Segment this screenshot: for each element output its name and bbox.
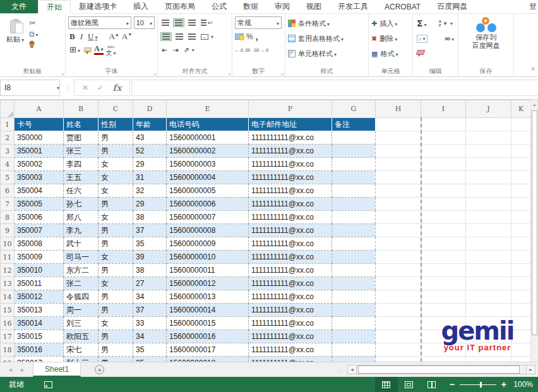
cell[interactable]: 15600000015	[167, 317, 249, 330]
cell[interactable]: 15600000003	[167, 158, 249, 171]
row-header-2[interactable]: 2	[1, 131, 15, 145]
ribbon-tab-2[interactable]: 新建选项卡	[71, 0, 125, 13]
cell[interactable]: 女	[99, 184, 133, 198]
cell[interactable]: 350008	[15, 237, 64, 251]
format-painter-icon[interactable]	[29, 40, 35, 48]
cell[interactable]: 欧阳五	[64, 330, 99, 343]
comma-button[interactable]: ,	[256, 32, 258, 42]
cell[interactable]: 350003	[15, 171, 64, 184]
font-name-combo[interactable]: 微软雅黑	[68, 16, 131, 29]
cell[interactable]	[511, 158, 531, 171]
table-header-cell[interactable]: 备注	[332, 118, 376, 131]
row-header-12[interactable]: 12	[1, 264, 15, 277]
decrease-decimal-button[interactable]: .00 →.0	[253, 48, 269, 52]
cell[interactable]: 15600000011	[167, 264, 249, 277]
cell[interactable]: 29	[133, 198, 167, 211]
cell[interactable]: 350000	[15, 131, 64, 145]
cell[interactable]	[376, 171, 421, 184]
view-page-layout-button[interactable]	[398, 377, 421, 392]
cell[interactable]: 15600000017	[167, 343, 249, 357]
cell[interactable]	[466, 304, 511, 317]
row-header-4[interactable]: 4	[1, 158, 15, 171]
cell[interactable]	[376, 211, 421, 224]
merge-center-button[interactable]: ↔	[200, 33, 215, 40]
table-header-cell[interactable]: 卡号	[15, 118, 64, 131]
cell[interactable]: 350001	[15, 145, 64, 158]
cell[interactable]	[421, 304, 466, 317]
insert-function-icon[interactable]: fx	[112, 83, 121, 93]
cell[interactable]: 15600000012	[167, 277, 249, 290]
cell[interactable]	[421, 330, 466, 343]
cell[interactable]	[511, 317, 531, 330]
decrease-indent-button[interactable]: ⇤	[160, 45, 169, 55]
ribbon-tab-1[interactable]: 开始	[38, 0, 71, 14]
cell[interactable]: 350009	[15, 251, 64, 264]
cell[interactable]: 男	[99, 131, 133, 145]
cell[interactable]: 男	[99, 198, 133, 211]
table-header-cell[interactable]: 电话号码	[167, 118, 249, 131]
cell[interactable]: 29	[133, 158, 167, 171]
cell[interactable]: 女	[99, 277, 133, 290]
scroll-right-icon[interactable]: ►	[526, 365, 535, 374]
cell[interactable]	[511, 171, 531, 184]
cell[interactable]	[332, 131, 376, 145]
cell[interactable]	[466, 357, 511, 362]
cell[interactable]	[466, 158, 511, 171]
row-header-7[interactable]: 7	[1, 198, 15, 211]
cell[interactable]: 350015	[15, 330, 64, 343]
cell[interactable]	[332, 171, 376, 184]
accounting-format-button[interactable]	[235, 33, 244, 40]
format-cells-button[interactable]: 格式	[380, 49, 398, 59]
cell[interactable]: 男	[99, 264, 133, 277]
cell[interactable]: 1111111111@xx.co	[249, 290, 332, 304]
cell[interactable]: 男	[99, 330, 133, 343]
vertical-scroll-thumb[interactable]	[532, 110, 537, 335]
align-top-button[interactable]	[160, 19, 170, 27]
row-header-3[interactable]: 3	[1, 145, 15, 158]
dialog-launcher-icon[interactable]: ⌟	[281, 70, 284, 75]
row-header-19[interactable]: 19	[1, 357, 15, 362]
cell[interactable]	[332, 224, 376, 237]
cell[interactable]: 35	[133, 343, 167, 357]
scroll-up-icon[interactable]: ▲	[531, 100, 538, 110]
ribbon-tab-4[interactable]: 页面布局	[157, 0, 203, 13]
cell[interactable]: 350014	[15, 317, 64, 330]
row-header-5[interactable]: 5	[1, 171, 15, 184]
insert-cells-button[interactable]: 插入	[380, 19, 397, 28]
vertical-scrollbar[interactable]: ▲	[530, 100, 538, 362]
column-header-J[interactable]: J	[466, 100, 511, 118]
cell[interactable]: 1111111111@xx.co	[249, 198, 332, 211]
cell[interactable]	[511, 277, 531, 290]
cell[interactable]: 王五	[64, 171, 99, 184]
cell[interactable]	[421, 184, 466, 198]
macro-record-icon[interactable]	[44, 381, 52, 388]
login-button[interactable]: 登	[529, 0, 538, 13]
cell[interactable]	[376, 237, 421, 251]
column-header-H[interactable]: H	[376, 100, 421, 118]
increase-indent-button[interactable]: ⇥	[171, 45, 179, 55]
cell[interactable]	[511, 145, 531, 158]
column-header-F[interactable]: F	[249, 100, 332, 118]
cell[interactable]	[421, 131, 466, 145]
row-header-13[interactable]: 13	[1, 277, 15, 290]
cell[interactable]	[332, 145, 376, 158]
cell[interactable]	[511, 264, 531, 277]
cell[interactable]: 35	[133, 237, 167, 251]
cell[interactable]	[421, 118, 466, 131]
cell[interactable]	[466, 131, 511, 145]
find-select-button[interactable]: ∞	[445, 34, 454, 43]
cell-styles-button[interactable]: 单元格样式	[298, 49, 337, 59]
zoom-level[interactable]: 100%	[513, 380, 534, 389]
cell[interactable]: 周一	[64, 304, 99, 317]
cut-icon[interactable]: ✂	[29, 18, 39, 28]
cell[interactable]	[466, 290, 511, 304]
cell[interactable]: 1111111111@xx.co	[249, 145, 332, 158]
align-right-button[interactable]	[187, 33, 197, 40]
fill-button[interactable]: ↓	[417, 35, 427, 43]
cell[interactable]: 李九	[64, 224, 99, 237]
cell[interactable]: 1111111111@xx.co	[249, 131, 332, 145]
cell[interactable]	[466, 224, 511, 237]
cell[interactable]	[376, 198, 421, 211]
cell[interactable]	[376, 131, 421, 145]
cell[interactable]	[466, 145, 511, 158]
